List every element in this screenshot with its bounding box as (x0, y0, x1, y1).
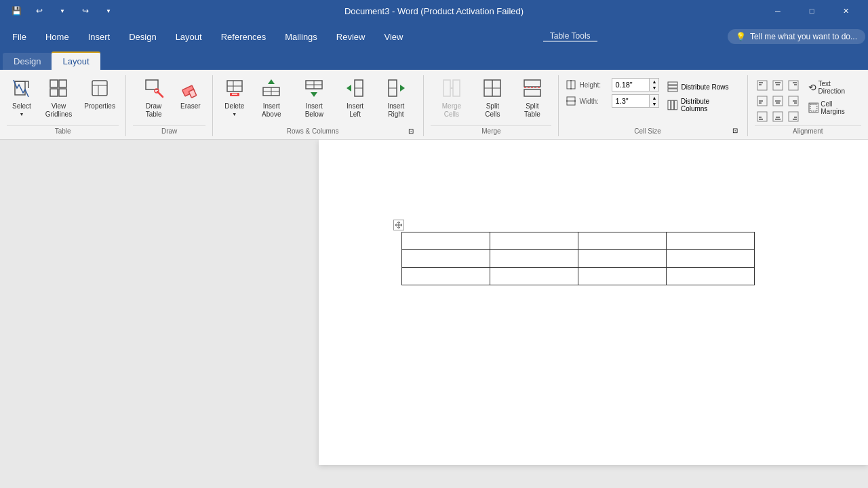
align-top-center-button[interactable] (770, 78, 785, 93)
tab-table-layout[interactable]: Layout (52, 52, 100, 70)
menu-file[interactable]: File (3, 24, 36, 49)
align-bottom-left-button[interactable] (755, 109, 770, 124)
alignment-group-label: Alignment (755, 125, 861, 136)
ribbon-group-table: Select ▼ View Gridlines Properties Table (3, 73, 123, 139)
width-spin-down[interactable]: ▼ (650, 101, 658, 107)
svg-rect-74 (773, 112, 783, 121)
table-move-handle[interactable] (393, 220, 404, 230)
merge-cells-button[interactable]: Merge Cells (431, 75, 472, 121)
svg-marker-29 (400, 85, 405, 92)
svg-marker-19 (268, 79, 275, 84)
draw-group-label: Draw (133, 125, 205, 136)
split-cells-label: Split Cells (478, 102, 508, 119)
svg-rect-53 (757, 81, 767, 90)
undo-button[interactable]: ↩ (30, 1, 49, 20)
menu-home[interactable]: Home (36, 24, 79, 49)
table-tools-label: Table Tools (543, 31, 597, 42)
minimize-button[interactable]: ─ (762, 0, 793, 22)
sep-1 (125, 75, 126, 136)
table-cell[interactable] (490, 268, 578, 285)
select-icon (12, 78, 32, 101)
insert-below-label: Insert Below (298, 102, 331, 119)
save-button[interactable]: 💾 (7, 1, 26, 20)
align-middle-center-button[interactable] (770, 94, 785, 108)
table-cell[interactable] (667, 232, 755, 250)
distribute-columns-button[interactable]: Distribute Columns (663, 96, 740, 115)
table-group-label: Table (7, 125, 119, 136)
menu-layout[interactable]: Layout (166, 24, 212, 49)
tab-table-design[interactable]: Design (3, 53, 52, 70)
select-button[interactable]: Select ▼ (7, 75, 37, 119)
document-table[interactable] (401, 232, 755, 285)
menu-review[interactable]: Review (327, 24, 375, 49)
table-cell[interactable] (402, 232, 490, 250)
width-spin-up[interactable]: ▲ (650, 95, 658, 101)
cell-size-dialog-launcher[interactable]: ⊡ (730, 126, 741, 135)
insert-left-button[interactable]: Insert Left (336, 75, 374, 121)
cell-margins-button[interactable]: Cell Margins (805, 98, 861, 117)
menu-design[interactable]: Design (119, 24, 165, 49)
tell-me-search[interactable]: 💡 Tell me what you want to do... (728, 29, 865, 44)
insert-left-icon (345, 78, 366, 101)
align-middle-right-button[interactable] (786, 94, 801, 108)
width-input[interactable]: 1.3" (612, 94, 650, 108)
insert-above-button[interactable]: Insert Above (251, 75, 292, 121)
redo-button[interactable]: ↪ (76, 1, 95, 20)
undo-dropdown-button[interactable]: ▼ (53, 1, 72, 20)
align-bottom-right-button[interactable] (786, 109, 801, 124)
height-spinner[interactable]: ▲ ▼ (650, 78, 659, 92)
view-gridlines-icon (48, 78, 68, 101)
properties-button[interactable]: Properties (81, 75, 119, 113)
table-cell[interactable] (578, 268, 667, 285)
table-cell[interactable] (490, 232, 578, 250)
properties-label: Properties (84, 102, 115, 110)
table-cell[interactable] (578, 250, 667, 268)
table-cell[interactable] (667, 250, 755, 268)
table-cell[interactable] (402, 268, 490, 285)
svg-rect-3 (59, 89, 66, 96)
select-dropdown-icon: ▼ (20, 112, 24, 117)
menu-references[interactable]: References (212, 24, 275, 49)
split-table-button[interactable]: Split Table (513, 75, 551, 121)
eraser-icon (180, 78, 201, 101)
height-spin-up[interactable]: ▲ (650, 79, 658, 85)
table-cell[interactable] (490, 250, 578, 268)
draw-table-button[interactable]: Draw Table (133, 75, 174, 121)
width-spinner[interactable]: ▲ ▼ (650, 94, 659, 108)
text-direction-button[interactable]: ⟲ Text Direction (805, 78, 861, 97)
align-top-left-button[interactable] (755, 78, 770, 93)
align-middle-left-button[interactable] (755, 94, 770, 108)
insert-below-button[interactable]: Insert Below (294, 75, 335, 121)
align-row-1 (755, 78, 801, 93)
properties-icon (90, 78, 110, 101)
eraser-button[interactable]: Eraser (176, 75, 205, 113)
table-cell[interactable] (402, 250, 490, 268)
table-row (402, 232, 755, 250)
table-cell[interactable] (578, 232, 667, 250)
cell-size-group-label: Cell Size (566, 126, 729, 136)
menu-insert[interactable]: Insert (79, 24, 120, 49)
redo-icon: ↪ (82, 6, 89, 16)
split-cells-button[interactable]: Split Cells (474, 75, 512, 121)
title-bar-left: 💾 ↩ ▼ ↪ ▼ (7, 1, 118, 20)
distribute-cols-icon (667, 100, 677, 110)
height-spin-down[interactable]: ▼ (650, 85, 658, 91)
align-bottom-center-button[interactable] (770, 109, 785, 124)
height-input[interactable]: 0.18" (612, 78, 650, 92)
delete-button[interactable]: Delete ▼ (220, 75, 250, 119)
svg-rect-47 (668, 82, 677, 85)
height-icon (566, 79, 576, 90)
maximize-button[interactable]: □ (796, 0, 827, 22)
close-button[interactable]: ✕ (830, 0, 861, 22)
rows-cols-dialog-launcher[interactable]: ⊡ (406, 127, 416, 136)
insert-right-button[interactable]: Insert Right (375, 75, 416, 121)
table-cell[interactable] (667, 268, 755, 285)
align-top-right-button[interactable] (786, 78, 801, 93)
customize-qat-button[interactable]: ▼ (99, 1, 118, 20)
distribute-rows-button[interactable]: Distribute Rows (663, 79, 740, 94)
menu-view[interactable]: View (374, 24, 412, 49)
height-input-group: 0.18" ▲ ▼ (612, 78, 659, 92)
menu-mailings[interactable]: Mailings (275, 24, 327, 49)
ribbon-group-cell-size: Height: 0.18" ▲ ▼ Width: 1.3" (561, 73, 744, 139)
view-gridlines-button[interactable]: View Gridlines (38, 75, 79, 121)
